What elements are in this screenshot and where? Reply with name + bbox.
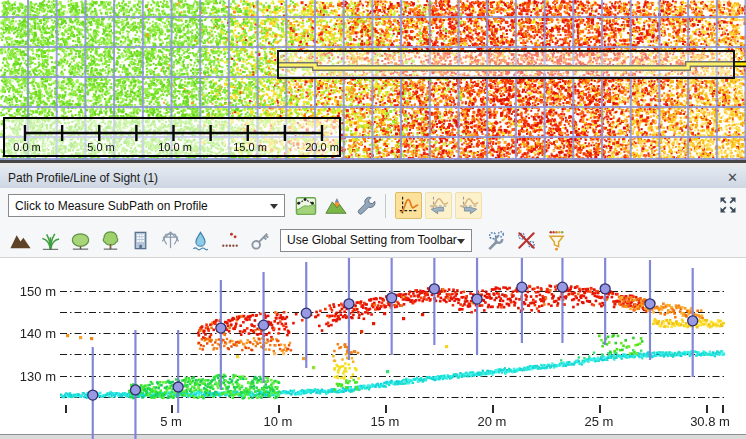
profile-marker-node[interactable] xyxy=(517,282,527,292)
gears-wrench-icon xyxy=(485,229,508,252)
profile-marker-node[interactable] xyxy=(645,299,655,309)
scale-label: 15.0 m xyxy=(233,141,267,153)
toolbar-separator xyxy=(385,194,386,218)
terrain-profile-button[interactable] xyxy=(322,192,349,219)
show-profile-curve-button[interactable] xyxy=(395,192,422,219)
profile-marker-node[interactable] xyxy=(472,294,482,304)
profile-toolbar: Click to Measure SubPath on Profile xyxy=(0,188,746,223)
class-settings-button[interactable] xyxy=(482,226,510,254)
close-icon[interactable]: ✕ xyxy=(727,171,738,184)
next-profile-icon xyxy=(458,195,480,217)
expand-panel-button[interactable] xyxy=(718,195,738,219)
measure-subpath-button[interactable] xyxy=(292,192,319,219)
class-building-button[interactable] xyxy=(126,226,154,254)
profile-marker-node[interactable] xyxy=(259,320,269,330)
profile-marker-node[interactable] xyxy=(688,316,698,326)
class-setting-dropdown[interactable]: Use Global Setting from Toolbar xyxy=(280,229,472,252)
class-powerline-button[interactable] xyxy=(156,226,184,254)
building-icon xyxy=(129,229,152,252)
noise-points-icon xyxy=(219,229,242,252)
scale-bar: 0.0 m 5.0 m 10.0 m 15.0 m 20.0 m xyxy=(3,117,341,157)
class-setting-value: Use Global Setting from Toolbar xyxy=(287,233,457,247)
clear-classes-icon xyxy=(515,229,538,252)
measure-mode-dropdown[interactable]: Click to Measure SubPath on Profile xyxy=(8,194,285,217)
next-profile-button[interactable] xyxy=(455,192,482,219)
scale-label: 10.0 m xyxy=(158,141,192,153)
class-noise-button[interactable] xyxy=(216,226,244,254)
profile-curve-icon xyxy=(398,195,420,217)
shrub-icon xyxy=(69,229,92,252)
panel-title-bar: Path Profile/Line of Sight (1) ✕ xyxy=(0,167,746,188)
scale-label: 5.0 m xyxy=(87,141,115,153)
profile-plot-area[interactable]: 150 m 140 m 130 m 5 m 10 m 15 m 20 m 25 … xyxy=(0,258,746,439)
classification-toolbar: Use Global Setting from Toolbar xyxy=(0,223,746,258)
profile-markers-overlay xyxy=(0,258,746,439)
powerline-tower-icon xyxy=(159,229,182,252)
expand-icon xyxy=(718,195,738,215)
previous-profile-icon xyxy=(428,195,450,217)
profile-marker-node[interactable] xyxy=(301,308,311,318)
previous-profile-button[interactable] xyxy=(425,192,452,219)
class-key-points-button[interactable] xyxy=(246,226,274,254)
profile-marker-node[interactable] xyxy=(600,284,610,294)
clear-classification-button[interactable] xyxy=(512,226,540,254)
wrench-icon xyxy=(355,195,377,217)
class-high-vegetation-button[interactable] xyxy=(96,226,124,254)
class-low-vegetation-button[interactable] xyxy=(36,226,64,254)
key-icon xyxy=(249,229,272,252)
tree-icon xyxy=(99,229,122,252)
measure-subpath-icon xyxy=(295,195,317,217)
class-ground-button[interactable] xyxy=(6,226,34,254)
profile-marker-node[interactable] xyxy=(429,284,439,294)
profile-marker-node[interactable] xyxy=(557,282,567,292)
ground-icon xyxy=(9,229,32,252)
profile-marker-node[interactable] xyxy=(216,323,226,333)
measure-mode-value: Click to Measure SubPath on Profile xyxy=(15,199,208,213)
path-profile-window: 0.0 m 5.0 m 10.0 m 15.0 m 20.0 m Path Pr… xyxy=(0,0,746,439)
grass-icon xyxy=(39,229,62,252)
terrain-profile-icon xyxy=(325,195,347,217)
profile-marker-node[interactable] xyxy=(130,385,140,395)
water-drop-icon xyxy=(189,229,212,252)
class-water-button[interactable] xyxy=(186,226,214,254)
class-medium-vegetation-button[interactable] xyxy=(66,226,94,254)
point-cloud-top-view[interactable]: 0.0 m 5.0 m 10.0 m 15.0 m 20.0 m xyxy=(0,0,746,160)
scale-label: 20.0 m xyxy=(305,141,339,153)
class-filter-button[interactable] xyxy=(542,226,570,254)
scale-label: 0.0 m xyxy=(13,141,41,153)
chevron-down-icon xyxy=(270,204,278,209)
profile-marker-node[interactable] xyxy=(88,390,98,400)
filter-funnel-icon xyxy=(545,229,568,252)
profile-selection-region[interactable] xyxy=(277,50,735,79)
profile-marker-node[interactable] xyxy=(387,293,397,303)
profile-marker-node[interactable] xyxy=(344,299,354,309)
profile-settings-button[interactable] xyxy=(352,192,379,219)
profile-marker-node[interactable] xyxy=(173,382,183,392)
panel-title: Path Profile/Line of Sight (1) xyxy=(8,171,158,185)
chevron-down-icon xyxy=(457,239,465,244)
